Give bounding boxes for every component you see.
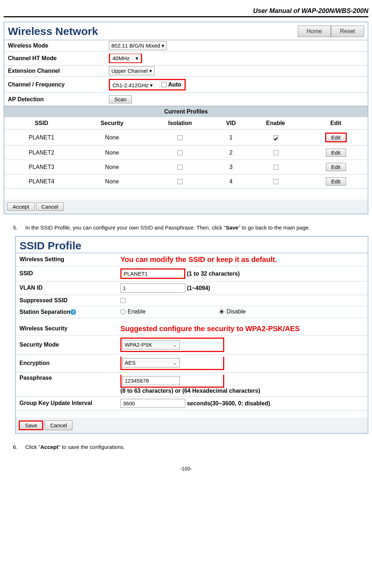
wireless-security-label: Wireless Security [16,322,117,335]
ssid-hint: (1 to 32 characters) [187,271,240,277]
ssid-profile-screenshot: SSID Profile Wireless Setting You can mo… [15,236,368,434]
profile-security: None [79,160,145,174]
home-button[interactable]: Home [298,26,331,37]
manual-title: User Manual of WAP-200N/WBS-200N [253,7,368,14]
col-isolation: Isolation [145,117,214,130]
wireless-title: Wireless Network [8,25,98,37]
profile-security: None [79,130,145,146]
channel-freq-highlight: Ch1-2.412GHz ▾ Auto [109,79,186,90]
profile-vid: 1 [215,130,247,146]
enable-checkbox[interactable] [273,150,278,155]
accept-row: Accept Cancel [4,200,368,214]
passphrase-input[interactable] [122,376,180,385]
profile-ssid: PLANET1 [4,130,79,146]
page-footer: -100- [4,466,368,472]
extension-channel-select[interactable]: Upper Channel ▾ [109,66,155,75]
step-5-number: 5. [13,223,19,232]
ssid-input[interactable] [120,268,185,279]
ssid-profile-table: Wireless Setting You can modify the SSID… [16,253,368,410]
table-row: PLANET2 None 2 Edit [4,146,368,160]
profile-security: None [79,174,145,189]
station-sep-disable-group[interactable]: Disable [219,308,245,315]
col-edit: Edit [304,117,368,130]
chevron-down-icon: ⌄ [173,360,177,366]
auto-checkbox[interactable] [161,82,167,87]
channel-ht-select[interactable]: 40MHz ▾ [110,54,141,62]
channel-ht-highlight: 40MHz ▾ [109,54,142,63]
security-mode-select[interactable]: WPA2-PSK ⌄ [122,340,180,349]
group-key-hint: seconds(30~3600, 0: disabled) [187,400,270,406]
step-5-text: In the SSID Profile, you can configure y… [25,223,310,232]
scan-button[interactable]: Scan [109,95,132,103]
group-key-input[interactable] [120,399,185,408]
profiles-header-row: SSID Security Isolation VID Enable Edit [4,117,368,130]
cancel-button[interactable]: Cancel [45,420,72,430]
isolation-checkbox[interactable] [177,179,182,184]
station-sep-label: Station Separationi [16,306,117,318]
profile-vid: 4 [215,174,247,189]
step-6-text: Click "Accept" to save the configuration… [25,442,125,452]
wireless-config-table: Wireless Mode 802.11 B/G/N Mixed ▾ Chann… [4,40,368,106]
save-button[interactable]: Save [19,420,43,430]
table-row: PLANET4 None 4 Edit [4,174,368,189]
group-key-label: Group Key Update Interval [16,396,117,410]
wireless-title-row: Wireless Network Home Reset [4,22,368,39]
wireless-mode-label: Wireless Mode [4,40,105,52]
accept-button[interactable]: Accept [7,202,35,211]
isolation-checkbox[interactable] [177,135,182,140]
profile-vid: 3 [215,160,247,174]
extension-channel-label: Extension Channel [4,66,105,77]
wireless-setting-label: Wireless Setting [16,253,117,266]
suppressed-checkbox[interactable] [120,298,125,303]
isolation-checkbox[interactable] [177,165,182,170]
auto-checkbox-group[interactable]: Auto [159,80,184,89]
encryption-label: Encryption [16,354,117,372]
radio-enable[interactable] [120,309,125,314]
channel-freq-select[interactable]: Ch1-2.412GHz ▾ [110,81,156,89]
profiles-header: Current Profiles [4,106,368,117]
step-6-number: 6. [13,442,19,452]
profiles-table: SSID Security Isolation VID Enable Edit … [4,117,368,189]
table-row: PLANET1 None 1 ✔ Edit [4,130,368,146]
col-security: Security [79,117,145,130]
edit-button[interactable]: Edit [325,133,347,142]
channel-ht-label: Channel HT Mode [4,52,105,66]
passphrase-label: Passphrase [16,372,117,396]
suppressed-label: Suppressed SSID [16,295,117,306]
col-ssid: SSID [4,117,79,130]
info-icon: i [70,309,76,315]
enable-checkbox[interactable] [273,179,278,184]
step-5: 5. In the SSID Profile, you can configur… [13,223,359,232]
vlan-input[interactable] [120,284,185,293]
wireless-mode-select[interactable]: 802.11 B/G/N Mixed ▾ [109,41,167,50]
reset-button[interactable]: Reset [331,26,364,37]
isolation-checkbox[interactable] [177,150,182,155]
vlan-hint: (1~4094) [187,285,210,291]
profile-ssid: PLANET4 [4,174,79,189]
cancel-button[interactable]: Cancel [36,202,64,211]
header-buttons: Home Reset [298,26,364,37]
edit-button[interactable]: Edit [326,148,346,157]
encryption-select[interactable]: AES ⌄ [122,358,180,368]
annotation-ssid: You can modify the SSID or keep it as de… [120,255,277,263]
profile-ssid: PLANET3 [4,160,79,174]
profile-security: None [79,146,145,160]
radio-disable-selected[interactable] [219,309,224,314]
ssid-label: SSID [16,266,117,281]
ap-detection-label: AP Detection [4,93,105,106]
edit-button[interactable]: Edit [326,177,346,186]
ssid-profile-title-row: SSID Profile [16,237,368,252]
security-mode-label: Security Mode [16,335,117,354]
step-6: 6. Click "Accept" to save the configurat… [13,442,359,452]
encryption-highlight: AES ⌄ [120,357,224,370]
col-enable: Enable [247,117,304,130]
passphrase-hint: (8 to 63 characters) or (64 Hexadecimal … [120,388,260,394]
edit-button[interactable]: Edit [326,163,346,171]
wireless-network-screenshot: Wireless Network Home Reset Wireless Mod… [4,22,368,214]
auto-label: Auto [168,81,181,88]
enable-checkbox-checked[interactable]: ✔ [273,135,278,140]
enable-checkbox[interactable] [273,165,278,170]
passphrase-highlight [120,375,224,388]
station-sep-enable-group[interactable]: Enable [120,308,146,315]
chevron-down-icon: ⌄ [173,342,177,348]
